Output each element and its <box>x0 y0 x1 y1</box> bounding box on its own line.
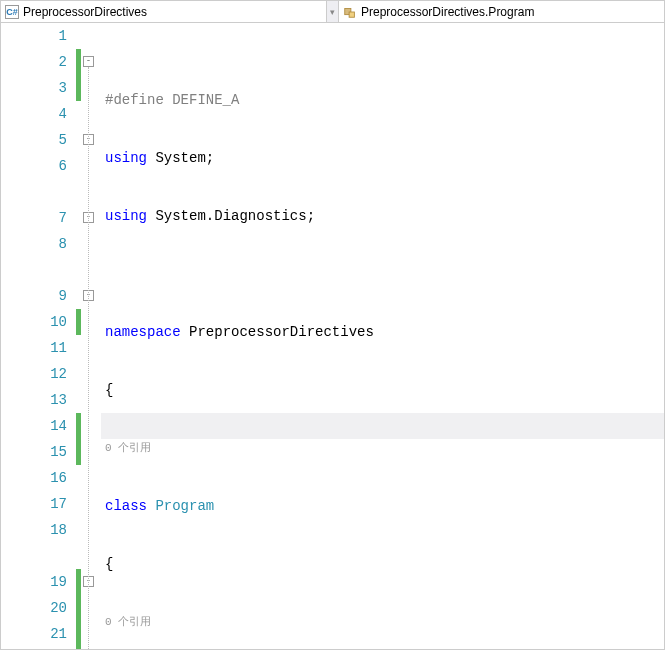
keyword: namespace <box>105 319 181 345</box>
type-name: Program <box>147 493 214 519</box>
code-line[interactable]: { <box>101 551 664 577</box>
navigation-bar: C# PreprocessorDirectives ▾ Preprocessor… <box>1 1 664 23</box>
code-text: System; <box>147 145 214 171</box>
code-line[interactable]: class Program <box>101 493 664 519</box>
line-number: 12 <box>50 361 67 387</box>
fold-toggle[interactable]: - <box>83 56 94 67</box>
preprocessor: #define DEFINE_A <box>105 87 239 113</box>
change-marker <box>76 49 81 101</box>
line-number: 18 <box>50 517 67 543</box>
code-text: System.Diagnostics; <box>147 203 315 229</box>
fold-guide <box>88 67 89 650</box>
keyword: class <box>105 493 147 519</box>
class-icon <box>343 5 357 19</box>
change-marker <box>76 413 81 465</box>
codelens-line[interactable]: 0 个引用 <box>101 609 664 635</box>
code-text: PreprocessorDirectives <box>181 319 374 345</box>
fold-column: - - - - - <box>81 23 101 649</box>
line-number: 9 <box>59 283 67 309</box>
code-line[interactable]: namespace PreprocessorDirectives <box>101 319 664 345</box>
codelens-line[interactable]: 0 个引用 <box>101 435 664 461</box>
line-number: 4 <box>59 101 67 127</box>
code-line[interactable]: { <box>101 377 664 403</box>
scope-right-label: PreprocessorDirectives.Program <box>361 5 534 19</box>
line-number: 17 <box>50 491 67 517</box>
code-line[interactable]: using System.Diagnostics; <box>101 203 664 229</box>
scope-dropdown-right[interactable]: PreprocessorDirectives.Program <box>339 1 664 22</box>
line-number: 13 <box>50 387 67 413</box>
svg-rect-1 <box>349 12 354 17</box>
code-line[interactable]: #define DEFINE_A <box>101 87 664 113</box>
line-number: 14 <box>50 413 67 439</box>
code-editor[interactable]: 1 2 3 4 5 6 7 8 9 10 11 12 13 14 15 16 1… <box>1 23 664 649</box>
line-number: 20 <box>50 595 67 621</box>
code-area[interactable]: #define DEFINE_A using System; using Sys… <box>101 23 664 649</box>
codelens-reference[interactable]: 0 个引用 <box>105 435 151 461</box>
line-number: 1 <box>59 23 67 49</box>
codelens-reference[interactable]: 0 个引用 <box>105 609 151 635</box>
dropdown-arrow-icon[interactable]: ▾ <box>327 1 339 22</box>
keyword: using <box>105 203 147 229</box>
change-marker <box>76 569 81 650</box>
brace: { <box>105 377 113 403</box>
scope-left-label: PreprocessorDirectives <box>23 5 147 19</box>
line-number: 8 <box>59 231 67 257</box>
line-number: 11 <box>50 335 67 361</box>
line-number: 10 <box>50 309 67 335</box>
line-number: 6 <box>59 153 67 179</box>
line-number: 21 <box>50 621 67 647</box>
line-number: 2 <box>59 49 67 75</box>
line-number: 7 <box>59 205 67 231</box>
keyword: using <box>105 145 147 171</box>
line-number: 19 <box>50 569 67 595</box>
scope-dropdown-left[interactable]: C# PreprocessorDirectives <box>1 1 327 22</box>
line-number: 5 <box>59 127 67 153</box>
change-marker <box>76 309 81 335</box>
code-line[interactable] <box>101 261 664 287</box>
line-number: 16 <box>50 465 67 491</box>
line-number: 15 <box>50 439 67 465</box>
brace: { <box>105 551 113 577</box>
line-number: 3 <box>59 75 67 101</box>
csharp-file-icon: C# <box>5 5 19 19</box>
line-number-gutter: 1 2 3 4 5 6 7 8 9 10 11 12 13 14 15 16 1… <box>1 23 81 649</box>
code-line[interactable]: using System; <box>101 145 664 171</box>
